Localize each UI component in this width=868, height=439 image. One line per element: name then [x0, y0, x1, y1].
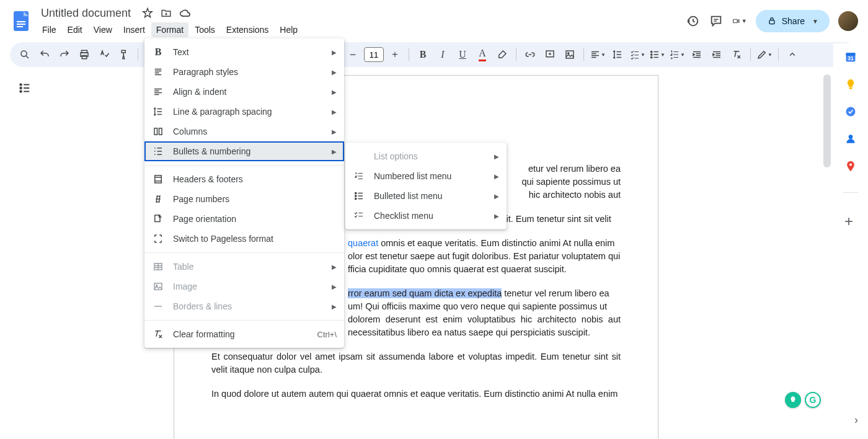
grammarly-icon[interactable]: G	[805, 392, 821, 408]
format-borders-lines-item: Borders & lines ▶	[144, 296, 344, 316]
selected-text[interactable]: rror earum sed quam dicta ex expedita	[348, 288, 502, 298]
print-icon[interactable]	[76, 46, 93, 63]
bold-icon[interactable]: B	[414, 46, 432, 63]
orientation-icon	[152, 213, 164, 225]
format-columns-item[interactable]: Columns ▶	[144, 122, 344, 141]
move-folder-icon[interactable]	[161, 7, 172, 19]
cloud-status-icon[interactable]	[179, 7, 190, 19]
indent-increase-icon[interactable]	[708, 46, 725, 63]
app-header: Untitled document File Edit View Insert …	[0, 0, 868, 37]
clear-formatting-icon[interactable]	[728, 46, 745, 63]
editing-mode-icon[interactable]: ▼	[756, 46, 773, 63]
bulleted-list-icon[interactable]: ▼	[649, 46, 666, 63]
hyperlink[interactable]: quaerat	[348, 238, 378, 248]
format-page-orientation-item[interactable]: Page orientation	[144, 209, 344, 229]
vertical-scrollbar[interactable]	[823, 74, 831, 167]
grammarly-hint-icon[interactable]	[785, 392, 801, 408]
paint-format-icon[interactable]	[115, 46, 133, 63]
highlight-color-icon[interactable]	[494, 46, 511, 63]
align-icon[interactable]: ▼	[589, 46, 606, 63]
menu-file[interactable]: File	[37, 22, 61, 37]
toolbar-separator	[750, 48, 751, 61]
borders-icon	[152, 300, 164, 313]
share-button[interactable]: Share ▼	[756, 10, 830, 32]
submenu-arrow-icon: ▶	[494, 173, 499, 180]
redo-icon[interactable]	[56, 46, 73, 63]
menu-separator	[144, 252, 344, 253]
account-avatar[interactable]	[838, 11, 858, 31]
toolbar-separator	[516, 48, 516, 61]
svg-rect-21	[159, 128, 162, 135]
spellcheck-icon[interactable]	[95, 46, 113, 63]
format-menu-dropdown: B Text ▶ Paragraph styles ▶ Align & inde…	[144, 38, 344, 348]
document-canvas[interactable]: etur vel rerum libero ea qui sapiente po…	[0, 71, 833, 439]
menu-format[interactable]: Format	[151, 22, 188, 37]
header-footer-icon	[152, 173, 164, 185]
format-clear-formatting-item[interactable]: Clear formatting Ctrl+\	[144, 324, 344, 344]
star-icon[interactable]	[142, 7, 153, 19]
undo-icon[interactable]	[36, 46, 53, 63]
checklist-menu-item[interactable]: Checklist menu ▶	[345, 206, 507, 226]
paragraph[interactable]: In quod dolore ut autem autem qui quaera…	[211, 388, 621, 401]
font-size-input[interactable]: 11	[364, 47, 384, 62]
insert-link-icon[interactable]	[521, 46, 539, 63]
svg-point-14	[651, 51, 652, 52]
calendar-app-icon[interactable]: 31	[844, 51, 857, 63]
contacts-app-icon[interactable]	[844, 133, 857, 145]
format-pageless-item[interactable]: Switch to Pageless format	[144, 229, 344, 249]
svg-point-35	[849, 135, 853, 139]
svg-text:31: 31	[848, 55, 854, 61]
tasks-app-icon[interactable]	[844, 105, 857, 118]
format-bullets-numbering-item[interactable]: Bullets & numbering ▶	[144, 141, 344, 161]
format-align-indent-item[interactable]: Align & indent ▶	[144, 82, 344, 102]
underline-icon[interactable]: U	[454, 46, 471, 63]
indent-decrease-icon[interactable]	[688, 46, 706, 63]
line-spacing-icon[interactable]	[609, 46, 626, 63]
collapse-toolbar-icon[interactable]	[784, 46, 801, 63]
format-headers-footers-item[interactable]: Headers & footers	[144, 169, 344, 189]
format-table-item: Table ▶	[144, 257, 344, 277]
italic-icon[interactable]: I	[434, 46, 451, 63]
menu-separator	[144, 165, 344, 166]
share-caret-icon[interactable]: ▼	[812, 18, 818, 25]
maps-app-icon[interactable]	[844, 160, 857, 172]
insert-image-icon[interactable]	[561, 46, 578, 63]
format-paragraph-styles-item[interactable]: Paragraph styles ▶	[144, 62, 344, 82]
history-icon[interactable]	[685, 14, 700, 29]
font-size-decrease[interactable]: −	[344, 46, 361, 63]
add-comment-icon[interactable]	[541, 46, 559, 63]
menu-insert[interactable]: Insert	[118, 22, 150, 37]
docs-logo-icon[interactable]	[10, 10, 32, 32]
numbered-list-icon[interactable]: ▼	[668, 46, 686, 63]
numbered-list-menu-item[interactable]: Numbered list menu ▶	[345, 166, 507, 186]
comments-icon[interactable]	[709, 14, 724, 29]
keep-app-icon[interactable]	[844, 78, 857, 91]
bulleted-list-menu-item[interactable]: Bulleted list menu ▶	[345, 186, 507, 206]
collapse-side-panel-icon[interactable]: ›	[854, 414, 858, 427]
font-size-increase[interactable]: +	[386, 46, 404, 63]
text-color-icon[interactable]: A	[474, 46, 491, 63]
format-line-spacing-item[interactable]: Line & paragraph spacing ▶	[144, 102, 344, 122]
svg-point-36	[849, 163, 852, 166]
menu-tools[interactable]: Tools	[190, 22, 220, 37]
add-addon-icon[interactable]: +	[844, 213, 857, 225]
format-page-numbers-item[interactable]: Page numbers	[144, 189, 344, 209]
submenu-arrow-icon: ▶	[494, 153, 499, 160]
meet-icon[interactable]: ▼	[732, 14, 747, 29]
floating-buttons: G	[785, 392, 821, 408]
checklist-icon[interactable]: ▼	[629, 46, 646, 63]
menu-view[interactable]: View	[89, 22, 117, 37]
document-title[interactable]: Untitled document	[37, 6, 135, 21]
menu-separator	[144, 320, 344, 321]
submenu-arrow-icon: ▶	[332, 303, 337, 310]
submenu-arrow-icon: ▶	[332, 148, 337, 155]
svg-point-13	[568, 53, 569, 54]
menu-help[interactable]: Help	[275, 22, 303, 37]
header-right: ▼ Share ▼	[685, 10, 858, 32]
paragraph[interactable]: Et consequatur dolor vel amet ipsam sit …	[211, 350, 621, 376]
format-text-item[interactable]: B Text ▶	[144, 42, 344, 62]
menu-extensions[interactable]: Extensions	[221, 22, 273, 37]
menu-edit[interactable]: Edit	[63, 22, 87, 37]
submenu-arrow-icon: ▶	[494, 213, 499, 220]
search-menus-icon[interactable]	[16, 46, 33, 63]
